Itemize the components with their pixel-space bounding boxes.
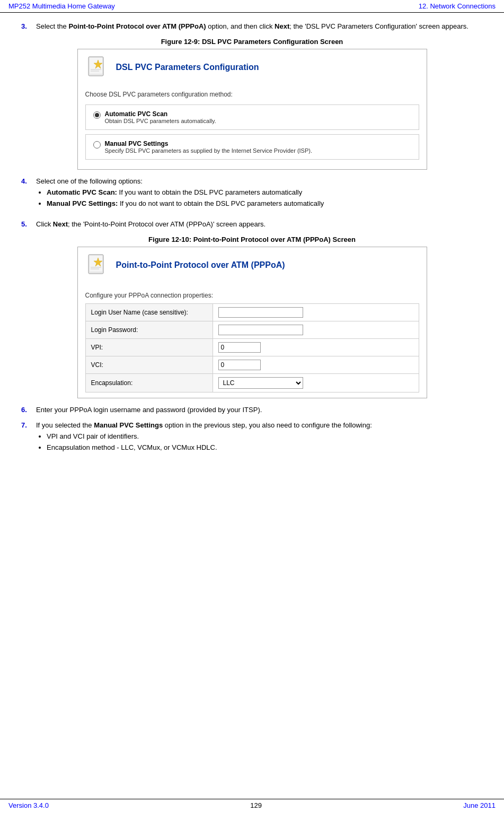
step-7-bullets: VPI and VCI pair of identifiers. Encapsu… [47, 432, 483, 451]
bullet-vpi-vci-text: VPI and VCI pair of identifiers. [47, 432, 139, 440]
input-cell-username [213, 304, 419, 321]
step-3-text-before: Select the [36, 22, 68, 30]
footer-center: 129 [250, 801, 262, 809]
page-footer: Version 3.4.0 129 June 2011 [0, 799, 504, 812]
label-username: Login User Name (case sensitive): [85, 304, 213, 321]
step-3-bold2: Next [275, 22, 289, 30]
option-auto-label: Automatic PVC Scan [105, 110, 216, 118]
bullet-auto-scan: Automatic PVC Scan: If you want to obtai… [47, 188, 483, 196]
step-4-content: Select one of the following options: Aut… [36, 177, 483, 213]
page-header: MP252 Multimedia Home Gateway 12. Networ… [0, 0, 504, 13]
screen1-icon [85, 55, 111, 80]
option-auto-desc: Obtain DSL PVC parameters automatically. [105, 118, 216, 124]
input-cell-encapsulation: LLC VCMux VCMux HDLC [213, 374, 419, 392]
step-4-bullets: Automatic PVC Scan: If you want to obtai… [47, 188, 483, 207]
screen2-body: Configure your PPPoA connection properti… [78, 283, 427, 398]
step-3-num: 3. [21, 22, 32, 30]
step-7-bold: Manual PVC Settings [94, 421, 163, 429]
step-4: 4. Select one of the following options: … [21, 177, 483, 213]
bullet-encapsulation: Encapsulation method - LLC, VCMux, or VC… [47, 443, 483, 451]
step-4-num: 4. [21, 177, 32, 213]
option-manual-label: Manual PVC Settings [105, 140, 313, 147]
option-row-auto[interactable]: Automatic PVC Scan Obtain DSL PVC parame… [85, 104, 419, 130]
screen1-body: Choose DSL PVC parameters configuration … [78, 85, 427, 169]
select-wrap-encapsulation: LLC VCMux VCMux HDLC [218, 377, 413, 389]
step-5-text-before: Click [36, 220, 53, 228]
input-password[interactable] [218, 325, 303, 335]
figure2-caption: Figure 12-10: Point-to-Point Protocol ov… [21, 235, 483, 243]
step-5: 5. Click Next; the 'Point-to-Point Proto… [21, 220, 483, 228]
select-encapsulation[interactable]: LLC VCMux VCMux HDLC [218, 377, 303, 389]
step-5-text-after: ; the 'Point-to-Point Protocol over ATM … [68, 220, 266, 228]
step-6: 6. Enter your PPPoA login username and p… [21, 406, 483, 414]
bullet-vpi-vci: VPI and VCI pair of identifiers. [47, 432, 483, 440]
step-3-text-mid: option, and then click [206, 22, 275, 30]
option-manual-text: Manual PVC Settings Specify DSL PVC para… [105, 140, 313, 154]
bullet-manual-label: Manual PVC Settings: [47, 199, 118, 207]
input-vci[interactable] [218, 360, 261, 370]
radio-manual[interactable] [93, 141, 101, 149]
main-content: 3. Select the Point-to-Point Protocol ov… [0, 17, 504, 496]
step-7-content: If you selected the Manual PVC Settings … [36, 421, 483, 457]
step-7: 7. If you selected the Manual PVC Settin… [21, 421, 483, 457]
step-6-text: Enter your PPPoA login username and pass… [36, 406, 262, 414]
bullet-manual-settings: Manual PVC Settings: If you do not want … [47, 199, 483, 207]
screen1-subtitle: Choose DSL PVC parameters configuration … [85, 91, 419, 98]
footer-left: Version 3.4.0 [8, 801, 49, 809]
radio-auto[interactable] [93, 111, 101, 119]
step-7-text-after: option in the previous step, you also ne… [163, 421, 372, 429]
field-password: Login Password: [85, 321, 419, 339]
figure1-screenshot: DSL PVC Parameters Configuration Choose … [77, 49, 427, 170]
screen2-title: Point-to-Point Protocol over ATM (PPPoA) [116, 260, 285, 270]
field-username: Login User Name (case sensitive): [85, 304, 419, 321]
field-vpi: VPI: [85, 339, 419, 356]
step-5-bold: Next [53, 220, 68, 228]
pppoa-form-table: Login User Name (case sensitive): Login … [85, 303, 419, 392]
screen2-config-text: Configure your PPPoA connection properti… [85, 289, 419, 303]
screen2-icon [85, 252, 111, 278]
field-encapsulation: Encapsulation: LLC VCMux VCMux HDLC [85, 374, 419, 392]
step-7-text-before: If you selected the [36, 421, 94, 429]
input-vpi[interactable] [218, 342, 261, 353]
step-3: 3. Select the Point-to-Point Protocol ov… [21, 22, 483, 30]
figure2-screenshot: Point-to-Point Protocol over ATM (PPPoA)… [77, 247, 427, 398]
option-manual-desc: Specify DSL PVC parameters as supplied b… [105, 147, 313, 154]
input-cell-vci [213, 356, 419, 374]
step-6-num: 6. [21, 406, 32, 414]
step-3-text-after: ; the 'DSL PVC Parameters Configuration'… [289, 22, 468, 30]
field-vci: VCI: [85, 356, 419, 374]
footer-right: June 2011 [463, 801, 496, 809]
step-3-content: Select the Point-to-Point Protocol over … [36, 22, 483, 30]
option-auto-text: Automatic PVC Scan Obtain DSL PVC parame… [105, 110, 216, 124]
bullet-encapsulation-text: Encapsulation method - LLC, VCMux, or VC… [47, 443, 217, 451]
option-row-manual[interactable]: Manual PVC Settings Specify DSL PVC para… [85, 134, 419, 160]
header-right: 12. Network Connections [419, 2, 496, 10]
step-3-bold1: Point-to-Point Protocol over ATM (PPPoA) [68, 22, 206, 30]
screen1-header: DSL PVC Parameters Configuration [78, 49, 427, 85]
label-vci: VCI: [85, 356, 213, 374]
screen1-title: DSL PVC Parameters Configuration [116, 63, 259, 72]
figure1-caption: Figure 12-9: DSL PVC Parameters Configur… [21, 38, 483, 46]
input-cell-password [213, 321, 419, 339]
step-6-content: Enter your PPPoA login username and pass… [36, 406, 483, 414]
step-5-content: Click Next; the 'Point-to-Point Protocol… [36, 220, 483, 228]
label-encapsulation: Encapsulation: [85, 374, 213, 392]
label-password: Login Password: [85, 321, 213, 339]
input-cell-vpi [213, 339, 419, 356]
bullet-auto-label: Automatic PVC Scan: [47, 188, 117, 196]
bullet-auto-text: If you want to obtain the DSL PVC parame… [117, 188, 302, 196]
step-7-num: 7. [21, 421, 32, 457]
input-username[interactable] [218, 307, 303, 318]
screen2-header: Point-to-Point Protocol over ATM (PPPoA) [78, 247, 427, 283]
header-left: MP252 Multimedia Home Gateway [8, 2, 115, 10]
step-4-text: Select one of the following options: [36, 177, 143, 185]
step-5-num: 5. [21, 220, 32, 228]
label-vpi: VPI: [85, 339, 213, 356]
bullet-manual-text: If you do not want to obtain the DSL PVC… [118, 199, 324, 207]
